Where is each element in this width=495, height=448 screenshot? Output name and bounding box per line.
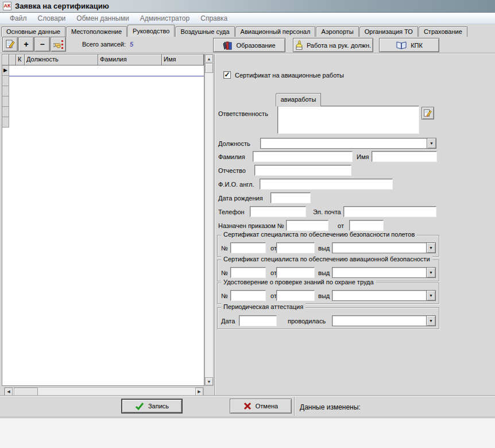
email-input[interactable] <box>343 206 436 217</box>
save-button[interactable]: Запись <box>121 399 183 414</box>
phone-input[interactable] <box>250 206 306 217</box>
tab-aircraft[interactable]: Воздушные суда <box>175 26 234 37</box>
cert3-issuer-combobox[interactable]: ▼ <box>332 290 436 301</box>
grid-header-blank <box>9 55 16 65</box>
cert1-date-input[interactable] <box>276 242 315 253</box>
menu-dictionaries[interactable]: Словари <box>33 13 72 24</box>
cert3-no-input[interactable] <box>230 290 266 301</box>
fio-eng-input[interactable] <box>260 179 393 190</box>
cert1-issuer-field[interactable] <box>332 242 426 253</box>
open-book-icon <box>396 41 407 49</box>
select-record-button[interactable] <box>51 37 66 52</box>
aviation-works-checkbox-label[interactable]: Сертификат на авиационные работы <box>235 72 344 79</box>
minus-icon: − <box>40 40 44 49</box>
group-flight-safety-cert: Сертификат специалиста по обеспечению бе… <box>217 235 439 257</box>
cert1-issued-label: выд <box>318 245 330 252</box>
order-number-input[interactable] <box>286 220 328 231</box>
add-record-button[interactable]: + <box>18 37 34 52</box>
grid-body[interactable]: К Должность Фамилия Имя ▶ <box>2 54 204 386</box>
group-labor-safety-cert: Удостоверение о проверке знаний по охран… <box>217 283 439 304</box>
responsibility-textarea[interactable] <box>277 106 419 134</box>
delete-record-button[interactable]: − <box>34 37 50 52</box>
responsibility-edit-button[interactable] <box>421 107 434 119</box>
horizontal-scroll-thumb[interactable] <box>14 388 38 396</box>
kpk-button[interactable]: КПК <box>379 38 439 52</box>
combo-arrow-icon[interactable]: ▼ <box>426 290 436 301</box>
cert1-issuer-combobox[interactable]: ▼ <box>332 242 436 253</box>
combo-arrow-icon[interactable]: ▼ <box>427 138 436 149</box>
birthdate-input[interactable] <box>270 192 311 203</box>
combo-arrow-icon[interactable]: ▼ <box>426 242 436 253</box>
grid-header-name[interactable]: Имя <box>162 55 204 65</box>
combo-arrow-icon[interactable]: ▼ <box>426 267 436 278</box>
cert2-date-input[interactable] <box>276 267 315 278</box>
cancel-button[interactable]: Отмена <box>230 399 292 414</box>
vertical-scroll-thumb[interactable] <box>205 63 213 73</box>
surname-input[interactable] <box>253 151 353 162</box>
focused-row-underline <box>9 76 204 76</box>
menu-administrator[interactable]: Администратор <box>135 13 196 24</box>
position-combobox[interactable]: ▼ <box>260 138 436 149</box>
row-indicator-cell <box>2 76 9 86</box>
title-bar[interactable]: АК Заявка на сертификацию <box>0 0 495 13</box>
tab-main-data[interactable]: Основные данные <box>1 26 65 37</box>
scroll-down-icon[interactable]: ▼ <box>205 377 213 385</box>
footer-top-divider <box>0 395 495 396</box>
menu-file[interactable]: Файл <box>5 13 33 24</box>
order-number-label: Назначен приказом № <box>218 222 284 229</box>
footer-divider <box>294 397 295 416</box>
current-row-indicator: ▶ <box>2 65 9 76</box>
attestation-date-input[interactable] <box>239 315 277 326</box>
subtab-aviaworks[interactable]: авиаработы <box>276 93 321 106</box>
position-combobox-field[interactable] <box>260 138 427 149</box>
education-button-label: Образование <box>236 42 275 49</box>
birthdate-label: Дата рождения <box>218 195 263 202</box>
menu-help[interactable]: Справка <box>195 13 233 24</box>
education-button[interactable]: Образование <box>213 38 285 52</box>
scroll-up-icon[interactable]: ▲ <box>205 55 213 63</box>
tab-maintenance-org[interactable]: Организация ТО <box>359 26 418 37</box>
cert1-no-label: № <box>221 245 228 252</box>
grid-vertical-scrollbar[interactable]: ▲ ▼ <box>204 54 214 386</box>
tab-aviation-personnel[interactable]: Авиационный персонал <box>235 26 316 37</box>
attestation-held-label: проводилась <box>288 318 326 325</box>
aviation-works-checkbox[interactable]: ✓ <box>223 71 231 79</box>
tab-management[interactable]: Руководство <box>127 25 175 37</box>
group-labor-safety-cert-title: Удостоверение о проверке знаний по охран… <box>221 279 376 285</box>
tab-airports[interactable]: Аэропорты <box>316 26 358 37</box>
hand-up-icon <box>295 40 303 50</box>
managerial-work-button[interactable]: Работа на рук. должн. <box>293 38 373 52</box>
footer-bottom-divider <box>0 417 495 418</box>
cert1-no-input[interactable] <box>230 242 266 253</box>
plus-icon: + <box>24 40 28 49</box>
name-input[interactable] <box>372 151 437 162</box>
cert2-issuer-field[interactable] <box>332 267 426 278</box>
cert3-issuer-field[interactable] <box>332 290 426 301</box>
menu-data-exchange[interactable]: Обмен данными <box>71 13 134 24</box>
order-date-input[interactable] <box>349 220 384 231</box>
scroll-right-icon[interactable]: ▶ <box>195 388 203 396</box>
cert2-no-input[interactable] <box>230 267 266 278</box>
attestation-date-label: Дата <box>221 318 235 325</box>
name-label: Имя <box>357 153 369 160</box>
attestation-held-field[interactable] <box>332 315 426 326</box>
surname-label: Фамилия <box>218 153 245 160</box>
grid-header: К Должность Фамилия Имя <box>2 55 204 65</box>
menu-bar: Файл Словари Обмен данными Администратор… <box>0 13 495 24</box>
attestation-held-combobox[interactable]: ▼ <box>332 315 436 326</box>
group-periodic-attestation: Периодическая аттестация Дата проводилас… <box>217 307 439 329</box>
edit-record-button[interactable] <box>2 37 18 52</box>
grid-header-position[interactable]: Должность <box>25 55 98 65</box>
row-indicator-cell <box>2 96 9 107</box>
application-window: АК Заявка на сертификацию Файл Словари О… <box>0 0 495 448</box>
cert2-issuer-combobox[interactable]: ▼ <box>332 267 436 278</box>
tab-insurance[interactable]: Страхование <box>419 26 467 37</box>
patronymic-input[interactable] <box>254 165 351 176</box>
tab-location[interactable]: Местоположение <box>66 26 127 37</box>
cert3-date-input[interactable] <box>276 290 315 301</box>
grid-header-surname[interactable]: Фамилия <box>98 55 162 65</box>
grid-header-k[interactable]: К <box>16 55 25 65</box>
scroll-left-icon[interactable]: ◀ <box>5 388 13 396</box>
cert3-issued-label: выд <box>318 292 330 299</box>
combo-arrow-icon[interactable]: ▼ <box>426 315 436 326</box>
